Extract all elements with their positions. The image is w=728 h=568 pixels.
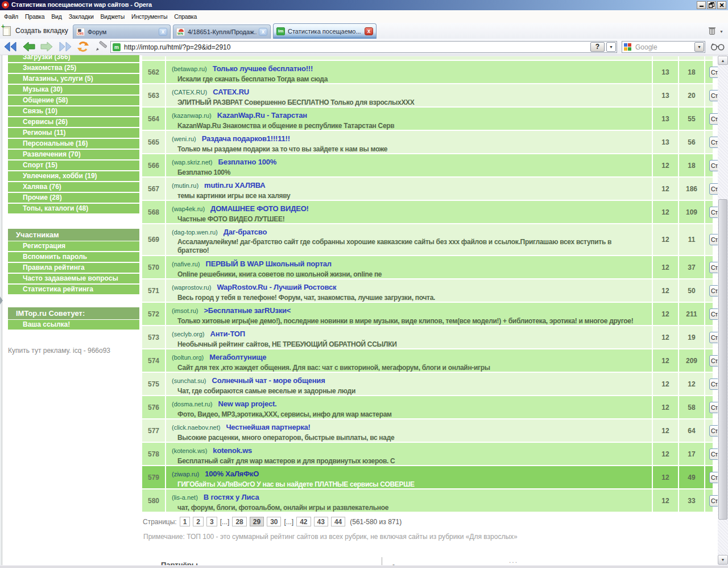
scrollbar-thumb[interactable] — [718, 199, 727, 520]
row-stat-button[interactable]: Статистика — [709, 67, 718, 78]
row-title-link[interactable]: kotenok.ws — [213, 446, 252, 455]
row-stat-button[interactable]: Статистика — [709, 90, 718, 101]
row-stat-button[interactable]: Статистика — [709, 402, 718, 413]
page-29[interactable]: 29 — [250, 517, 264, 526]
row-stat-button[interactable]: Статистика — [709, 183, 718, 195]
row-domain-link[interactable]: (dag-top.wen.ru) — [172, 229, 218, 236]
tab-close-icon[interactable]: x — [259, 28, 267, 36]
row-stat-button[interactable]: Статистика — [709, 285, 718, 297]
row-title-link[interactable]: Даг-братсво — [224, 228, 267, 236]
row-stat-button[interactable]: Статистика — [709, 308, 718, 320]
row-domain-link[interactable]: (dosma.net.ru) — [172, 401, 213, 408]
page-2[interactable]: 2 — [193, 517, 204, 526]
page-1[interactable]: 1 — [180, 517, 191, 526]
menu-help[interactable]: Справка — [171, 11, 201, 22]
row-title-link[interactable]: Безплатно 100% — [218, 158, 277, 166]
horizontal-scrollbar[interactable] — [0, 565, 728, 568]
url-text[interactable]: http://imtop.ru/html/?p=29&id=2910 — [124, 43, 590, 51]
row-title-link[interactable]: New wap project. — [218, 400, 277, 408]
row-title-link[interactable]: В гостях у Лиса — [204, 493, 259, 501]
reload-button[interactable] — [76, 40, 90, 53]
row-domain-link[interactable]: (boltun.org) — [172, 354, 204, 361]
sidebar-category[interactable]: Персональные (16) — [8, 139, 139, 149]
new-tab-button[interactable]: Создать вкладку — [3, 24, 68, 37]
tab-kuplya-prodazha[interactable]: 4/18651-Купля/Продаж... x — [173, 24, 271, 39]
sidebar-link[interactable]: Правила рейтинга — [8, 263, 139, 273]
row-stat-button[interactable]: Статистика — [709, 355, 718, 367]
row-title-link[interactable]: Только лучшее бесплатно!!! — [213, 64, 313, 73]
close-button[interactable]: ✕ — [717, 1, 726, 9]
row-stat-button[interactable]: Статистика — [709, 234, 718, 245]
edit-pencil-button[interactable] — [94, 41, 107, 52]
tab-close-icon[interactable]: x — [159, 28, 167, 36]
row-title-link[interactable]: WapRostov.Ru - Лучший Ростовск — [217, 283, 336, 291]
address-dropdown-icon[interactable]: ▼ — [606, 42, 616, 52]
sidebar-category[interactable]: Загрузки (366) — [8, 55, 139, 62]
row-domain-link[interactable]: (nafive.ru) — [172, 261, 200, 267]
closed-tabs-trash-icon[interactable] — [709, 27, 715, 35]
minimize-button[interactable] — [697, 1, 706, 9]
rewind-button[interactable] — [3, 41, 18, 52]
panel-toggle-icon[interactable] — [0, 297, 3, 304]
vertical-scrollbar[interactable]: ▲ ▼ — [718, 55, 728, 565]
row-title-link[interactable]: 100% ХаЛяФкО — [205, 470, 259, 478]
row-stat-button[interactable]: Статистика — [709, 448, 718, 460]
row-stat-button[interactable]: Статистика — [709, 378, 718, 390]
row-title-link[interactable]: Раздача подарков1!!!11!! — [202, 134, 290, 143]
search-dropdown-icon[interactable]: ▼ — [694, 42, 704, 52]
row-stat-button[interactable]: Статистика — [709, 495, 718, 507]
sidebar-category[interactable]: Регионы (11) — [8, 128, 139, 138]
row-stat-button[interactable]: Статистика — [709, 113, 718, 125]
row-title-link[interactable]: Солнечный чат - море общения — [212, 376, 325, 385]
row-domain-link[interactable]: (betawap.ru) — [172, 65, 207, 72]
row-title-link[interactable]: Анти-ТОП — [210, 330, 245, 338]
row-stat-button[interactable]: Статистика — [709, 160, 718, 171]
row-title-link[interactable]: Честнейшая партнерка! — [226, 423, 310, 431]
row-domain-link[interactable]: (wap.skriz.net) — [172, 159, 213, 166]
row-domain-link[interactable]: (imsot.ru) — [172, 307, 198, 314]
row-title-link[interactable]: >Бесплатные загRUзки< — [204, 306, 291, 315]
page-44[interactable]: 44 — [331, 517, 345, 526]
page-28[interactable]: 28 — [232, 517, 246, 526]
row-stat-button[interactable]: Статистика — [709, 137, 718, 148]
restore-button[interactable] — [707, 1, 716, 9]
row-title-link[interactable]: ПЕРВЫЙ В WAP Школьный портал — [206, 260, 332, 268]
forward-button[interactable] — [40, 41, 53, 52]
sidebar-category[interactable]: Халява (76) — [8, 182, 139, 192]
tab-statistika[interactable]: Статистика посещаемо... x — [273, 23, 377, 39]
sidebar-link[interactable]: Статистика рейтинга — [8, 285, 139, 294]
row-domain-link[interactable]: (CATEX.RU) — [172, 89, 207, 96]
sidebar-category[interactable]: Знакомства (25) — [8, 63, 139, 73]
row-title-link[interactable]: CATEX.RU — [213, 88, 249, 96]
row-domain-link[interactable]: (ziwap.ru) — [172, 471, 199, 478]
sidebar-link[interactable]: Регистрация — [8, 241, 139, 251]
menu-widgets[interactable]: Виджеты — [98, 11, 129, 22]
row-domain-link[interactable]: (wap4ek.ru) — [172, 205, 205, 212]
row-domain-link[interactable]: (sunchat.su) — [172, 377, 206, 384]
menu-file[interactable]: Файл — [1, 11, 22, 22]
zoom-glasses-icon[interactable] — [710, 42, 725, 51]
help-button[interactable]: ? — [590, 42, 605, 52]
row-stat-button[interactable]: Статистика — [709, 332, 718, 343]
sidebar-category[interactable]: Сервисы (26) — [8, 117, 139, 127]
row-domain-link[interactable]: (kotenok.ws) — [172, 447, 207, 454]
row-domain-link[interactable]: (seclyb.org) — [172, 331, 204, 337]
row-domain-link[interactable]: (click.naebov.net) — [172, 424, 220, 431]
sidebar-category[interactable]: Спорт (15) — [8, 160, 139, 170]
sidebar-category[interactable]: Топы, каталоги (48) — [8, 204, 139, 213]
page-3[interactable]: 3 — [206, 517, 217, 526]
sidebar-category[interactable]: Прочие (28) — [8, 193, 139, 203]
page-43[interactable]: 43 — [314, 517, 328, 526]
search-box[interactable]: Google ▼ — [622, 41, 705, 53]
row-domain-link[interactable]: (mutin.ru) — [172, 182, 198, 189]
row-stat-button[interactable]: Статистика — [709, 472, 718, 483]
row-stat-button[interactable]: Статистика — [709, 262, 718, 273]
row-title-link[interactable]: ДОМАШНЕЕ ФОТО ВИДЕО! — [210, 204, 309, 213]
menu-view[interactable]: Вид — [48, 11, 65, 22]
sidebar-category[interactable]: Связь (10) — [8, 106, 139, 116]
menu-edit[interactable]: Правка — [22, 11, 48, 22]
sidebar-category[interactable]: Увлечения, хобби (19) — [8, 171, 139, 181]
row-stat-button[interactable]: Статистика — [709, 425, 718, 437]
scroll-down-icon[interactable]: ▼ — [718, 555, 728, 565]
row-domain-link[interactable]: (weni.ru) — [172, 135, 196, 142]
